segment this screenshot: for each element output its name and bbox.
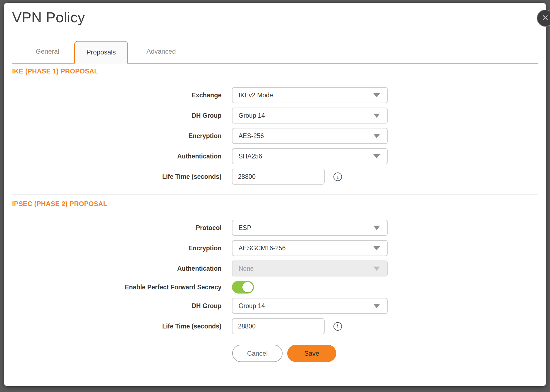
encryption-select[interactable]: AES-256 (232, 128, 388, 144)
tab-proposals[interactable]: Proposals (74, 41, 128, 64)
ipsec-phase2-heading: IPSEC (PHASE 2) PROPOSAL (12, 200, 538, 208)
dh-group-phase2-select-value: Group 14 (239, 302, 265, 310)
info-icon-glyph: i (337, 174, 338, 180)
dh-group-select[interactable]: Group 14 (232, 108, 388, 124)
info-icon[interactable]: i (333, 322, 342, 331)
dh-group-row: DH Group Group 14 (12, 108, 538, 124)
section-divider (12, 194, 538, 195)
life-time-phase2-row: Life Time (seconds) i (12, 318, 538, 334)
dialog-footer: Cancel Save (232, 345, 538, 362)
tab-advanced[interactable]: Advanced (134, 41, 188, 63)
pfs-row: Enable Perfect Forward Secrecy (12, 281, 538, 294)
save-button[interactable]: Save (287, 345, 336, 362)
pfs-label: Enable Perfect Forward Secrecy (12, 284, 232, 291)
encryption-phase2-row: Encryption AESGCM16-256 (12, 240, 538, 256)
exchange-label: Exchange (12, 92, 232, 99)
encryption-phase2-label: Encryption (12, 245, 232, 252)
dh-group-phase2-row: DH Group Group 14 (12, 298, 538, 314)
chevron-down-icon (373, 154, 380, 158)
protocol-select[interactable]: ESP (232, 220, 388, 236)
authentication-select-value: SHA256 (239, 153, 262, 160)
tab-general[interactable]: General (21, 41, 74, 63)
chevron-down-icon (373, 93, 380, 97)
tab-bar: General Proposals Advanced (12, 42, 538, 64)
dialog-content: IKE (PHASE 1) PROPOSAL Exchange IKEv2 Mo… (4, 67, 546, 362)
dh-group-label: DH Group (12, 112, 232, 119)
authentication-phase2-select-value: None (239, 265, 254, 272)
life-time-label: Life Time (seconds) (12, 173, 232, 180)
exchange-row: Exchange IKEv2 Mode (12, 87, 538, 103)
protocol-label: Protocol (12, 224, 232, 232)
authentication-phase2-row: Authentication None (12, 261, 538, 276)
authentication-phase2-select: None (232, 261, 388, 276)
page-title: VPN Policy (12, 9, 546, 25)
encryption-label: Encryption (12, 132, 232, 140)
ipsec-phase2-fields: Protocol ESP Encryption AESGCM16-256 Aut… (12, 220, 538, 334)
chevron-down-icon (373, 226, 380, 230)
life-time-phase2-label: Life Time (seconds) (12, 323, 232, 330)
life-time-row: Life Time (seconds) i (12, 169, 538, 185)
authentication-row: Authentication SHA256 (12, 148, 538, 164)
encryption-phase2-select[interactable]: AESGCM16-256 (232, 240, 388, 256)
encryption-phase2-select-value: AESGCM16-256 (239, 245, 286, 252)
chevron-down-icon (373, 246, 380, 250)
cancel-button[interactable]: Cancel (232, 345, 283, 362)
toggle-knob (242, 282, 253, 292)
encryption-row: Encryption AES-256 (12, 128, 538, 144)
info-icon-glyph: i (337, 323, 338, 329)
chevron-down-icon (373, 114, 380, 118)
close-icon: ✕ (542, 13, 549, 23)
dh-group-phase2-label: DH Group (12, 302, 232, 310)
chevron-down-icon (373, 267, 380, 271)
vpn-policy-dialog: VPN Policy General Proposals Advanced IK… (4, 3, 546, 386)
pfs-toggle[interactable] (232, 281, 254, 294)
dh-group-select-value: Group 14 (239, 112, 265, 119)
exchange-select-value: IKEv2 Mode (239, 92, 273, 99)
exchange-select[interactable]: IKEv2 Mode (232, 87, 388, 103)
info-icon[interactable]: i (333, 172, 342, 181)
authentication-label: Authentication (12, 153, 232, 160)
authentication-select[interactable]: SHA256 (232, 148, 388, 164)
protocol-select-value: ESP (239, 224, 251, 232)
life-time-phase2-input[interactable] (232, 318, 325, 334)
life-time-input[interactable] (232, 169, 325, 185)
chevron-down-icon (373, 304, 380, 308)
ike-phase1-fields: Exchange IKEv2 Mode DH Group Group 14 En… (12, 87, 538, 185)
authentication-phase2-label: Authentication (12, 265, 232, 272)
dh-group-phase2-select[interactable]: Group 14 (232, 298, 388, 314)
ike-phase1-heading: IKE (PHASE 1) PROPOSAL (12, 67, 538, 75)
protocol-row: Protocol ESP (12, 220, 538, 236)
chevron-down-icon (373, 134, 380, 138)
encryption-select-value: AES-256 (239, 132, 264, 140)
